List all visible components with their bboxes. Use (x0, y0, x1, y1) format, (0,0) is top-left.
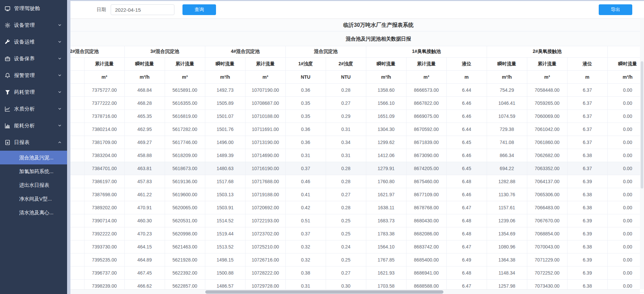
table-cell: 8673090.00 (406, 149, 446, 162)
table-cell: 1503.91 (205, 201, 245, 214)
table-cell: 1501.76 (205, 123, 245, 136)
table-cell: 7060069.00 (527, 109, 567, 123)
column-header-cell: 2#浊度 (326, 57, 366, 70)
table-cell: 0.25 (326, 214, 366, 227)
table-cell: 1621.93 (366, 266, 406, 279)
table-row[interactable]: 47375727.00468.845615891.001492.73107071… (70, 83, 644, 96)
table-cell: 7383204.00 (84, 149, 124, 162)
sidebar-item-label: 设备运维 (14, 39, 58, 45)
table-cell: 462.95 (124, 123, 165, 136)
table-cell: 0.28 (326, 162, 366, 175)
table-cell: 7384701.00 (84, 162, 124, 175)
report-subtitle: 混合池及污泥池相关数据日报 (70, 31, 644, 46)
table-row[interactable]: 37378716.00465.355616819.001501.07107101… (70, 109, 644, 123)
unit-cell: m³/h (205, 70, 245, 83)
table-cell: 8680430.00 (406, 214, 446, 227)
report-table-body: 47375727.00468.845615891.001492.73107071… (70, 83, 644, 292)
table-cell: 7061860.00 (527, 136, 567, 149)
sidebar-subitem-5[interactable]: 清水池及离心... (0, 206, 67, 219)
sidebar-item-1[interactable]: 管理驾驶舱 (0, 0, 67, 17)
vertical-scrollbar[interactable] (640, 18, 644, 289)
horizontal-scrollbar-thumb[interactable] (205, 290, 443, 294)
date-input[interactable] (111, 4, 174, 15)
table-cell: 1767.85 (366, 253, 406, 266)
export-button[interactable]: 导出 (599, 4, 632, 15)
sidebar-subitem-2[interactable]: 加氯加药系统... (0, 164, 67, 178)
table-cell: 8682086.00 (406, 227, 446, 240)
table-cell: 6.48 (446, 214, 487, 227)
sidebar-item-label: 药耗管理 (14, 89, 58, 95)
table-cell: 1513.52 (205, 240, 245, 253)
table-cell: 1501.07 (205, 109, 245, 123)
table-cell: 465.35 (124, 109, 165, 123)
table-row[interactable]: 67384701.00463.815618673.001480.63107161… (70, 162, 644, 175)
table-cell: 6.48 (446, 175, 487, 188)
sidebar-menu: 管理驾驶舱设备管理设备运维设备保养报警管理药耗管理水质分析能耗分析日报表 (0, 0, 67, 151)
sidebar-item-6[interactable]: 药耗管理 (0, 84, 67, 100)
sidebar-item-3[interactable]: 设备运维 (0, 33, 67, 50)
table-cell: 3 (70, 227, 84, 240)
table-row[interactable]: 47389202.00470.915620065.001503.91107206… (70, 201, 644, 214)
table-cell: 0.37 (285, 162, 326, 175)
sidebar-item-8[interactable]: 能耗分析 (0, 117, 67, 134)
sidebar-item-9[interactable]: 日报表 (0, 134, 67, 151)
horizontal-scrollbar[interactable] (70, 289, 640, 294)
table-row[interactable]: 07395235.00464.895621928.001498.15107267… (70, 253, 644, 266)
unit-cell: m³ (165, 70, 205, 83)
table-cell: 5 (70, 149, 84, 162)
table-row[interactable]: 37387698.00461.225619600.001503.13107191… (70, 188, 644, 201)
report-icon (5, 140, 10, 145)
sidebar-subitem-1[interactable]: 混合池及污泥... (0, 151, 67, 164)
table-cell: 1519.44 (205, 227, 245, 240)
main-content: 日期 查询 导出 临沂30万吨水厂生产报表系统 混合池及污泥池相关数据日报 2#… (70, 1, 644, 294)
table-row[interactable]: 37392222.00470.235620998.001519.44107237… (70, 227, 644, 240)
column-header-cell: 累计流量 (527, 57, 567, 70)
sidebar-subitem-4[interactable]: 净水间及V型... (0, 192, 67, 206)
table-cell: 7389202.00 (84, 201, 124, 214)
table-row[interactable]: 17393730.00464.155621463.001513.52107252… (70, 240, 644, 253)
table-row[interactable]: 17380214.00462.955617282.001501.76107116… (70, 123, 644, 136)
unit-row: m³m³/hm³m³/hm³NTUNTUm³/hm³mm³/hm³mm³/h (70, 70, 644, 83)
table-row[interactable]: 47390714.00460.305620531.001514.52107221… (70, 214, 644, 227)
unit-cell (70, 70, 84, 83)
table-cell: 463.81 (124, 162, 165, 175)
table-cell: 460.30 (124, 214, 165, 227)
column-header-cell: 瞬时流量 (487, 57, 527, 70)
table-cell: 6.46 (446, 96, 487, 109)
sidebar-item-2[interactable]: 设备管理 (0, 17, 67, 33)
sidebar-item-4[interactable]: 设备保养 (0, 50, 67, 67)
table-row[interactable]: 17381709.00469.275617746.001496.00107131… (70, 136, 644, 149)
table-cell: 6.46 (446, 149, 487, 162)
table-cell: 10728222.00 (245, 266, 285, 279)
table-cell: 1783.38 (366, 227, 406, 240)
table-cell: 0.31 (285, 149, 326, 162)
table-cell: 1279.91 (366, 162, 406, 175)
sidebar-item-7[interactable]: 水质分析 (0, 100, 67, 117)
table-cell: 464.15 (124, 240, 165, 253)
query-button[interactable]: 查询 (182, 4, 216, 15)
table-row[interactable]: 57383204.00458.885618209.001489.39107146… (70, 149, 644, 162)
report-scroll-inner: 临沂30万吨水厂生产报表系统 混合池及污泥池相关数据日报 2#混合沉淀池3#混合… (70, 19, 644, 293)
column-header-cell: 液位 (567, 57, 607, 70)
table-row[interactable]: 97396737.00467.455622392.001500.88107282… (70, 266, 644, 279)
table-cell: 0.35 (285, 109, 326, 123)
table-cell: 3 (70, 188, 84, 201)
table-cell: 1 (70, 240, 84, 253)
table-cell: 0.00 (607, 83, 644, 96)
column-header-cell: 液位 (446, 57, 487, 70)
bar-chart-icon (5, 123, 10, 129)
table-row[interactable]: 37377222.00468.285616355.001505.89107086… (70, 96, 644, 109)
table-cell: 6.45 (446, 136, 487, 149)
vertical-scrollbar-thumb[interactable] (641, 61, 643, 189)
unit-cell: m³/h (124, 70, 165, 83)
sidebar-item-5[interactable]: 报警管理 (0, 67, 67, 84)
table-cell: 10713190.00 (245, 136, 285, 149)
table-row[interactable]: 97386197.00457.835619136.001517.68107176… (70, 175, 644, 188)
group-header-cell: 2#混合沉淀池 (70, 46, 124, 57)
sidebar-subitem-3[interactable]: 进出水日报表 (0, 178, 67, 192)
table-cell: 8678768.00 (406, 201, 446, 214)
table-cell: 1500.88 (205, 266, 245, 279)
unit-cell: m³ (245, 70, 285, 83)
unit-cell: m³ (84, 70, 124, 83)
group-header-row: 2#混合沉淀池3#混合沉淀池4#混合沉淀池混合沉淀池1#臭氧接触池2#臭氧接触池 (70, 46, 644, 57)
